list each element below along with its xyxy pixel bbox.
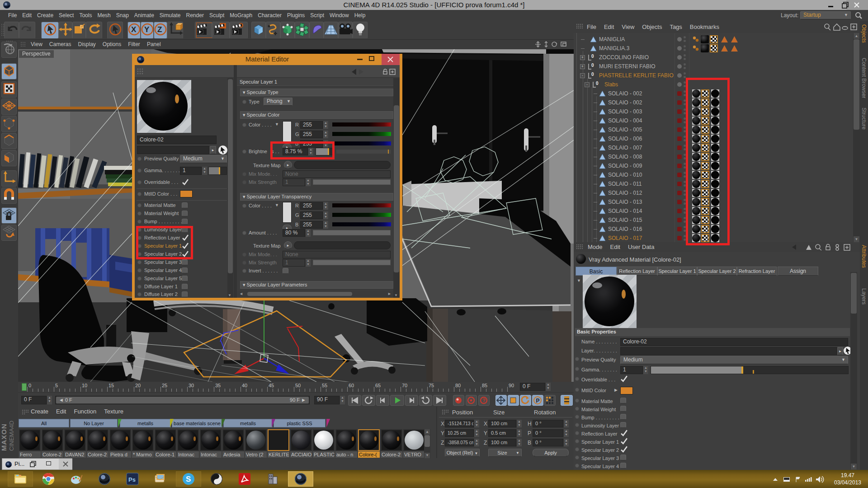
svg-text:P: P — [536, 398, 540, 404]
svg-text:Y: Y — [144, 25, 150, 34]
svg-text:S: S — [186, 475, 191, 483]
svg-text:0: 0 — [591, 54, 594, 59]
svg-text:Ps: Ps — [128, 476, 136, 483]
svg-text:0: 0 — [591, 72, 594, 77]
svg-text:0: 0 — [591, 63, 594, 68]
svg-text:0: 0 — [596, 81, 599, 86]
svg-text:?: ? — [482, 398, 486, 403]
svg-text:X: X — [131, 25, 137, 34]
svg-text:Z: Z — [157, 25, 162, 34]
